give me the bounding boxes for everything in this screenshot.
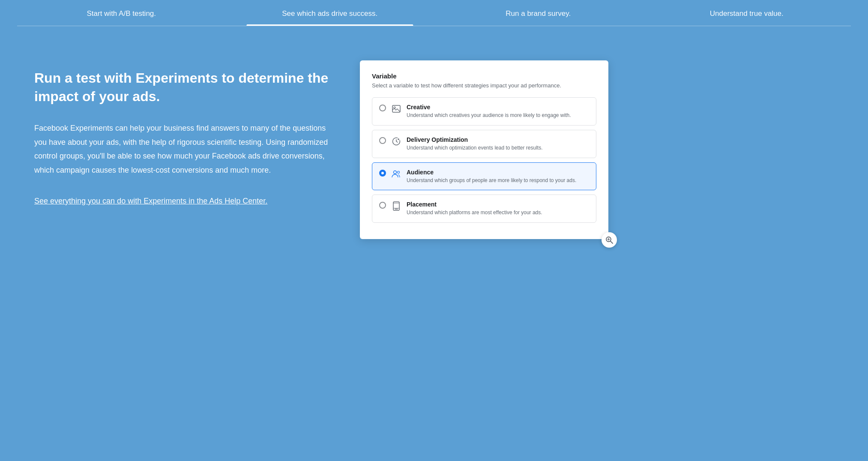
option-placement[interactable]: Placement Understand which platforms are… (372, 195, 596, 223)
svg-line-11 (611, 241, 613, 244)
option-delivery-optimization[interactable]: Delivery Optimization Understand which o… (372, 130, 596, 158)
option-creative[interactable]: Creative Understand which creatives your… (372, 97, 596, 126)
right-panel: Variable Select a variable to test how d… (360, 60, 608, 239)
main-content: Run a test with Experiments to determine… (0, 26, 868, 265)
page-headline: Run a test with Experiments to determine… (34, 69, 334, 106)
body-description: Facebook Experiments can help your busin… (34, 121, 334, 177)
variable-card: Variable Select a variable to test how d… (360, 60, 608, 239)
creative-text: Creative Understand which creatives your… (407, 104, 589, 119)
tab-ab-testing[interactable]: Start with A/B testing. (17, 9, 226, 26)
audience-icon (391, 169, 401, 179)
delivery-optimization-desc: Understand which optimization events lea… (407, 144, 589, 152)
card-title: Variable (372, 72, 596, 80)
svg-point-5 (398, 171, 400, 173)
delivery-optimization-text: Delivery Optimization Understand which o… (407, 136, 589, 152)
svg-point-4 (394, 171, 397, 174)
audience-title: Audience (407, 169, 589, 176)
placement-title: Placement (407, 201, 589, 208)
audience-text: Audience Understand which groups of peop… (407, 169, 589, 184)
top-navigation: Start with A/B testing. See which ads dr… (0, 0, 868, 26)
delivery-optimization-title: Delivery Optimization (407, 136, 589, 143)
creative-title: Creative (407, 104, 589, 111)
tab-true-value[interactable]: Understand true value. (643, 9, 851, 26)
help-center-link[interactable]: See everything you can do with Experimen… (34, 197, 267, 205)
radio-audience[interactable] (379, 170, 386, 177)
radio-creative[interactable] (379, 105, 386, 111)
option-audience[interactable]: Audience Understand which groups of peop… (372, 162, 596, 191)
left-panel: Run a test with Experiments to determine… (34, 60, 334, 208)
radio-delivery-optimization[interactable] (379, 137, 386, 144)
tab-ads-success[interactable]: See which ads drive success. (226, 9, 434, 26)
placement-text: Placement Understand which platforms are… (407, 201, 589, 216)
placement-desc: Understand which platforms are most effe… (407, 209, 589, 216)
tab-brand-survey[interactable]: Run a brand survey. (434, 9, 643, 26)
delivery-optimization-icon (391, 136, 401, 147)
creative-icon (391, 104, 401, 114)
radio-placement[interactable] (379, 202, 386, 209)
card-subtitle: Select a variable to test how different … (372, 82, 596, 89)
audience-desc: Understand which groups of people are mo… (407, 177, 589, 184)
creative-desc: Understand which creatives your audience… (407, 112, 589, 119)
placement-icon (391, 201, 401, 211)
zoom-icon[interactable] (602, 232, 617, 248)
svg-point-1 (394, 107, 395, 108)
